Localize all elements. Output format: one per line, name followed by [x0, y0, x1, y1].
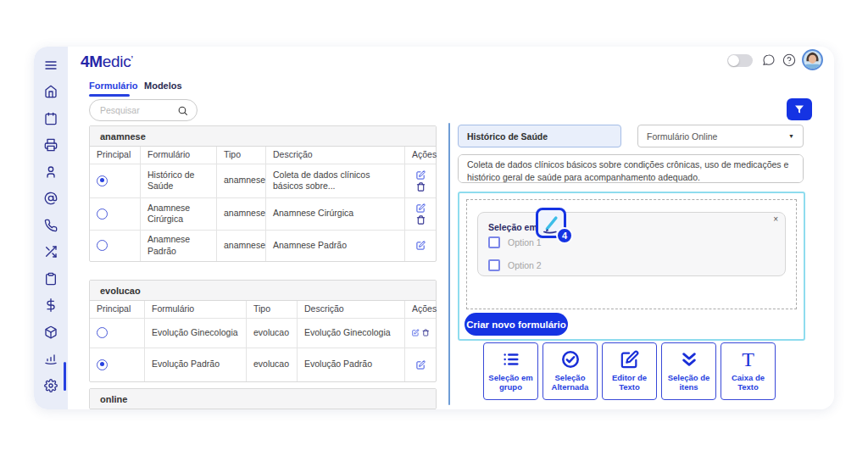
tab-modelos[interactable]: Modelos	[144, 81, 182, 91]
chat-icon[interactable]	[761, 53, 776, 67]
form-desc-cell: Evolução Ginecologia	[298, 319, 405, 348]
phone-icon[interactable]	[34, 212, 68, 239]
principal-radio[interactable]	[97, 327, 108, 338]
col-header: Formulário	[145, 301, 247, 319]
search-input[interactable]	[100, 100, 176, 120]
edit-icon[interactable]	[416, 170, 426, 180]
checkbox[interactable]	[488, 259, 500, 271]
col-header: Principal	[90, 147, 141, 164]
palette-editor-de-texto[interactable]: Editor de Texto	[602, 342, 657, 400]
delete-icon[interactable]	[416, 215, 426, 225]
home-icon[interactable]	[34, 79, 68, 106]
edit-icon[interactable]	[416, 203, 426, 213]
close-icon[interactable]: ×	[773, 215, 778, 224]
clipboard-icon[interactable]	[34, 265, 68, 292]
col-header: Descrição	[266, 147, 405, 164]
active-tab-underline	[89, 94, 130, 97]
table-anamnese: anamnese Principal Formulário Tipo Descr…	[89, 125, 437, 262]
shuffle-icon[interactable]	[34, 239, 68, 266]
form-type-cell: evolucao	[247, 348, 298, 381]
row-actions	[405, 231, 436, 261]
filter-button[interactable]	[787, 98, 812, 120]
col-header: Tipo	[217, 147, 266, 164]
edit-square-icon	[620, 350, 639, 369]
palette-caixa-de-texto[interactable]: T Caixa de Texto	[721, 342, 776, 400]
component-card-selecao-em-grupo[interactable]: Seleção em grupo × 4 Option 1 Option 2	[477, 212, 786, 276]
principal-radio[interactable]	[97, 209, 108, 220]
form-type-cell: anamnese	[217, 198, 266, 231]
tab-formulario[interactable]: Formulário	[89, 81, 137, 91]
form-name-cell: Anamnese Cirúrgica	[141, 198, 217, 231]
form-type-select[interactable]: Formulário Online ▼	[637, 125, 804, 147]
edit-icon[interactable]	[416, 241, 426, 250]
dollar-icon[interactable]	[34, 292, 68, 320]
palette-selecao-alternada[interactable]: Seleção Alternada	[542, 342, 598, 400]
form-type-cell: anamnese	[217, 164, 266, 198]
form-desc-cell: Evolução Padrão	[298, 348, 405, 381]
app-card: 4Medic’ Formulário Modelos anamnese Prin…	[34, 47, 834, 409]
annotation-badge: 4	[556, 227, 573, 244]
principal-radio[interactable]	[97, 175, 108, 186]
option-label: Option 2	[508, 260, 542, 270]
palette-selecao-em-grupo[interactable]: Seleção em grupo	[483, 342, 538, 400]
option-label: Option 1	[508, 237, 542, 247]
form-name-input[interactable]	[458, 125, 621, 147]
app-logo: 4Medic’	[81, 53, 133, 71]
theme-toggle[interactable]	[727, 54, 753, 67]
create-form-button[interactable]: Criar novo formulário	[465, 313, 568, 336]
chevron-down-icon: ▼	[788, 133, 794, 139]
delete-icon[interactable]	[416, 182, 426, 192]
table-evolucao: evolucao Principal Formulário Tipo Descr…	[89, 280, 437, 382]
section-title: online	[90, 389, 436, 409]
option-row: Option 1	[488, 236, 542, 248]
help-icon[interactable]	[782, 53, 796, 67]
funnel-icon	[794, 104, 804, 114]
dropzone[interactable]: Seleção em grupo × 4 Option 1 Option 2	[466, 199, 797, 309]
form-description-textarea[interactable]: Coleta de dados clínicos básicos sobre c…	[458, 154, 804, 183]
menu-icon[interactable]	[34, 52, 68, 79]
list-icon	[502, 350, 520, 369]
double-chevron-down-icon	[680, 350, 698, 369]
principal-radio[interactable]	[97, 359, 108, 370]
row-actions	[405, 164, 436, 198]
select-value: Formulário Online	[647, 131, 717, 142]
form-type-cell: anamnese	[217, 231, 266, 261]
col-header: Ações	[405, 147, 436, 164]
form-name-cell: Anamnese Padrão	[141, 231, 217, 261]
palette-selecao-de-itens[interactable]: Seleção de itens	[661, 342, 716, 400]
search-box	[89, 99, 198, 121]
col-header: Principal	[90, 301, 145, 319]
edit-icon[interactable]	[416, 360, 426, 370]
form-name-cell: Evolução Ginecologia	[145, 319, 247, 348]
at-sign-icon[interactable]	[34, 186, 68, 213]
option-row: Option 2	[488, 259, 542, 271]
form-name-cell: Histórico de Saúde	[141, 164, 217, 198]
user-icon[interactable]	[34, 158, 68, 186]
panel-divider	[448, 123, 450, 405]
check-circle-icon	[561, 350, 580, 369]
printer-icon[interactable]	[34, 132, 68, 159]
col-header: Formulário	[141, 147, 217, 164]
delete-icon[interactable]	[422, 328, 430, 337]
package-icon[interactable]	[34, 319, 68, 346]
section-title: evolucao	[90, 281, 436, 301]
sidebar	[34, 47, 68, 409]
settings-icon[interactable]	[34, 372, 68, 399]
col-header: Ações	[405, 301, 436, 319]
principal-radio[interactable]	[97, 240, 108, 251]
form-desc-cell: Anamnese Padrão	[266, 231, 405, 261]
edit-icon[interactable]	[412, 328, 420, 337]
checkbox[interactable]	[488, 236, 500, 248]
row-actions	[405, 198, 436, 231]
text-T-icon: T	[742, 350, 754, 369]
section-title: anamnese	[90, 126, 436, 147]
col-header: Tipo	[247, 301, 298, 319]
stats-icon[interactable]	[34, 346, 68, 373]
form-desc-cell: Coleta de dados clínicos básicos sobre..…	[266, 164, 405, 198]
search-icon[interactable]	[177, 105, 188, 116]
calendar-icon[interactable]	[34, 105, 68, 132]
app-window: 4Medic’ Formulário Modelos anamnese Prin…	[0, 0, 868, 456]
user-avatar[interactable]	[802, 49, 823, 70]
table-online: online	[89, 388, 437, 409]
col-header: Descrição	[298, 301, 405, 319]
